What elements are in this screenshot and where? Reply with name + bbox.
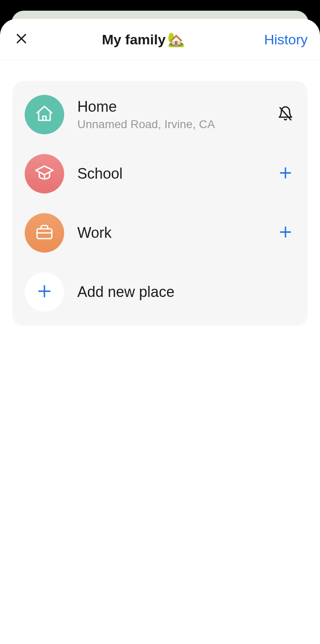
bell-off-icon (277, 106, 294, 124)
plus-icon (36, 283, 53, 301)
add-new-place-label: Add new place (77, 283, 295, 301)
place-row-labels: School (77, 165, 276, 182)
place-title: Work (77, 224, 276, 242)
history-button[interactable]: History (264, 32, 308, 48)
add-work-button[interactable] (276, 223, 295, 243)
add-new-place-row[interactable]: Add new place (12, 262, 308, 322)
plus-icon (278, 225, 293, 241)
sheet-title: My family (102, 32, 166, 48)
home-icon-circle (25, 95, 64, 134)
add-school-button[interactable] (276, 164, 295, 184)
place-title: School (77, 165, 276, 182)
sheet-content: Home Unnamed Road, Irvine, CA (0, 60, 320, 326)
place-row-labels: Home Unnamed Road, Irvine, CA (77, 98, 276, 131)
places-sheet: My family 🏡 History Home (0, 19, 320, 644)
add-new-icon-circle (25, 272, 64, 312)
sheet-title-emoji: 🏡 (167, 31, 185, 48)
house-icon (35, 104, 54, 125)
place-row-home[interactable]: Home Unnamed Road, Irvine, CA (12, 85, 308, 144)
graduation-cap-icon (34, 163, 55, 185)
place-row-labels: Work (77, 224, 276, 242)
briefcase-icon (35, 222, 54, 244)
plus-icon (278, 166, 293, 182)
place-row-school[interactable]: School (12, 144, 308, 203)
school-icon-circle (25, 154, 64, 193)
notifications-off-button[interactable] (276, 105, 295, 124)
place-row-work[interactable]: Work (12, 203, 308, 262)
place-address: Unnamed Road, Irvine, CA (77, 118, 276, 131)
work-icon-circle (25, 213, 64, 253)
place-title: Home (77, 98, 276, 115)
sheet-title-wrap: My family 🏡 (22, 31, 264, 48)
places-card: Home Unnamed Road, Irvine, CA (12, 81, 308, 326)
svg-rect-5 (37, 229, 52, 239)
sheet-header: My family 🏡 History (0, 19, 320, 60)
place-row-labels: Add new place (77, 283, 295, 301)
